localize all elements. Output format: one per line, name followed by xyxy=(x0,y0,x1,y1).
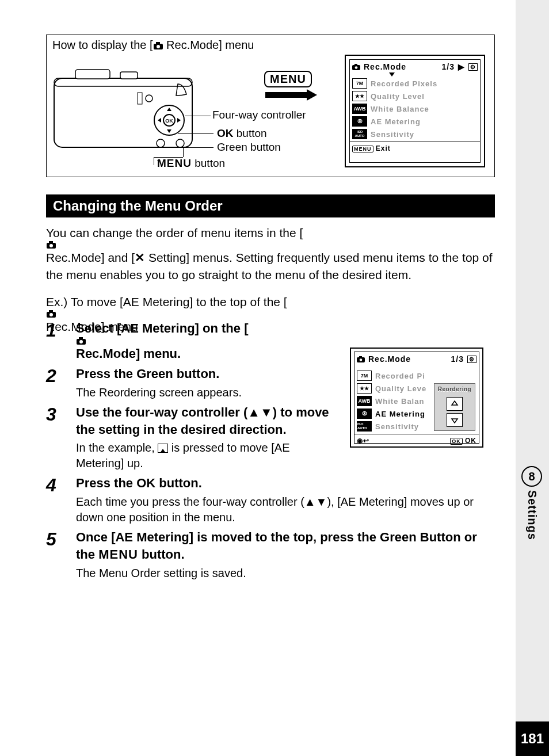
svg-marker-15 xyxy=(307,89,317,101)
howto-box: How to display the [ Rec.Mode] menu OK xyxy=(46,35,495,177)
step-head-text: Rec.Mode] menu. xyxy=(76,346,181,361)
lcd-item-icon: ISO AUTO xyxy=(357,421,372,432)
menu-button-suffix: button xyxy=(192,157,225,169)
step-head-text: button. xyxy=(155,476,202,490)
lcd-item-label: Recorded Pi xyxy=(375,372,425,380)
lcd-item-icon: 7M xyxy=(352,78,367,89)
svg-rect-26 xyxy=(79,337,83,339)
lcd-item-icon: ⦿ xyxy=(357,408,372,419)
menu-button-strong: MENU xyxy=(157,157,192,169)
step-note: Each time you press the four-way control… xyxy=(76,494,495,525)
wrench-icon: ✕ xyxy=(135,251,145,264)
arrow-right-icon xyxy=(265,88,317,102)
camera-icon xyxy=(46,310,495,318)
svg-point-11 xyxy=(176,139,184,147)
step-number: 2 xyxy=(46,365,76,400)
howto-title-prefix: How to display the [ xyxy=(52,39,153,51)
reorder-popup-title: Reordering xyxy=(436,385,474,395)
lcd-page-indicator: 1/3 xyxy=(451,354,464,364)
lcd-header: Rec.Mode 1/3 ⚙ xyxy=(354,352,479,366)
step-note: The Reordering screen appears. xyxy=(76,385,341,400)
howto-title-suffix: Rec.Mode] menu xyxy=(163,39,254,51)
pointer-line xyxy=(154,157,154,165)
lcd-item-label: Quality Level xyxy=(371,92,425,101)
lcd-item-label: Sensitivity xyxy=(371,130,414,139)
lcd-item-icon: ⦿ xyxy=(352,116,367,127)
svg-rect-20 xyxy=(49,241,53,243)
svg-point-18 xyxy=(355,66,358,69)
lcd-page-indicator: 1/3 xyxy=(442,62,455,71)
lcd-screen-reordering: Rec.Mode 1/3 ⚙ 7MRecorded Pi ★★Quality L… xyxy=(350,348,483,448)
chapter-tab: 8 Settings xyxy=(521,466,542,540)
ok-pill: OK xyxy=(450,438,463,445)
lcd-ok-label: OK xyxy=(465,437,476,445)
svg-point-10 xyxy=(157,139,165,147)
lcd-item-icon: 7M xyxy=(357,371,372,381)
svg-point-12 xyxy=(146,95,152,102)
reorder-popup: Reordering xyxy=(434,383,475,431)
label-ok-button: OK button xyxy=(217,127,267,140)
pointer-line xyxy=(178,133,214,134)
chevron-down-icon xyxy=(389,72,395,77)
page-number: 181 xyxy=(516,721,549,756)
intro-paragraph: You can change the order of menu items i… xyxy=(46,224,495,283)
step-4: 4 Press the OK button. Each time you pre… xyxy=(46,475,495,525)
lcd-title: Rec.Mode xyxy=(368,354,411,364)
svg-point-24 xyxy=(49,313,53,316)
svg-rect-17 xyxy=(354,64,357,66)
step-head-text: Select [AE Metering] on the [ xyxy=(76,321,248,335)
move-down-button xyxy=(447,413,463,427)
step-heading: Once [AE Metering] is moved to the top, … xyxy=(76,529,495,563)
svg-point-21 xyxy=(49,244,53,247)
step-heading: Press the OK button. xyxy=(76,475,495,492)
intro-text: Rec.Mode] and [ xyxy=(46,251,135,264)
label-green-button: Green button xyxy=(217,141,281,154)
lcd-footer: MENU Exit xyxy=(350,142,480,155)
svg-point-30 xyxy=(360,358,363,361)
move-up-button xyxy=(447,397,463,411)
lcd-item-label: AE Metering xyxy=(375,410,425,418)
svg-rect-6 xyxy=(120,72,138,79)
lcd-header: Rec.Mode 1/3 ▶ ⚙ xyxy=(350,60,480,74)
chapter-number: 8 xyxy=(521,466,542,487)
step-number: 4 xyxy=(46,475,76,525)
svg-rect-5 xyxy=(75,70,110,79)
lcd-item-icon: AWB xyxy=(357,396,372,406)
step-5: 5 Once [AE Metering] is moved to the top… xyxy=(46,529,495,581)
camera-icon xyxy=(357,356,365,362)
lcd-item-label: Quality Leve xyxy=(375,384,426,393)
label-menu-button: MENU button xyxy=(157,157,225,170)
lcd-body: 7MRecorded Pixels ★★Quality Level AWBWhi… xyxy=(350,74,480,142)
camera-illustration: OK xyxy=(51,58,195,156)
example-text: Ex.) To move [AE Metering] to the top of… xyxy=(46,295,287,308)
menu-pill: MENU xyxy=(352,146,373,152)
pointer-line xyxy=(185,116,211,116)
lcd-footer: ◉↩ OK OK xyxy=(354,434,479,447)
lcd-title: Rec.Mode xyxy=(364,62,406,71)
svg-point-27 xyxy=(79,340,83,343)
label-four-way-controller: Four-way controller xyxy=(212,109,306,121)
chevron-right-icon: ▶ xyxy=(458,62,465,71)
pointer-line xyxy=(167,147,214,148)
pointer-line xyxy=(154,157,183,158)
howto-title: How to display the [ Rec.Mode] menu xyxy=(52,39,489,52)
step-number: 1 xyxy=(46,320,76,362)
menu-badge: MENU xyxy=(264,71,312,87)
svg-point-2 xyxy=(157,45,160,48)
lcd-screen-recmode-inner: Rec.Mode 1/3 ▶ ⚙ 7MRecorded Pixels ★★Qua… xyxy=(349,59,481,163)
svg-rect-23 xyxy=(49,310,53,312)
up-key-icon xyxy=(158,444,168,453)
svg-marker-32 xyxy=(452,419,458,423)
svg-rect-29 xyxy=(359,356,362,358)
svg-rect-1 xyxy=(156,42,160,44)
camera-icon xyxy=(46,241,495,249)
menu-button-strong: MENU xyxy=(98,547,138,562)
camera-icon xyxy=(76,337,495,345)
camera-icon xyxy=(153,42,163,50)
step-head-text: Press the xyxy=(76,476,136,490)
settings-tab-icon: ⚙ xyxy=(467,356,476,363)
lcd-item-icon: AWB xyxy=(352,104,367,114)
lcd-item-icon: ★★ xyxy=(357,383,372,394)
svg-rect-13 xyxy=(138,93,142,104)
step-heading: Use the four-way controller (▲▼) to move… xyxy=(76,404,341,438)
